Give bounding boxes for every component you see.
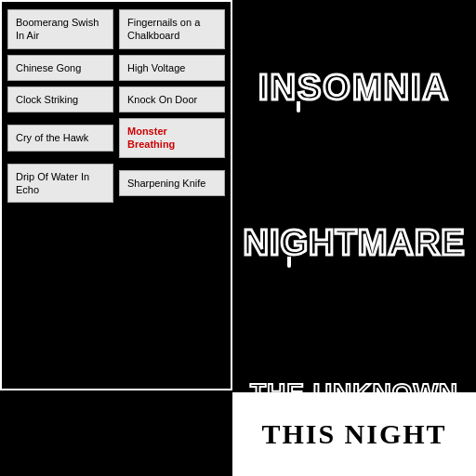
sound-button-right-2[interactable]: Knock On Door: [119, 86, 225, 112]
tonight-title: THIS NIGHT: [261, 418, 446, 450]
sound-list-panel: Boomerang Swish In AirFingernails on a C…: [0, 0, 232, 390]
sound-button-left-3[interactable]: Cry of the Hawk: [7, 125, 113, 151]
sound-row: Chinese GongHigh Voltage: [7, 55, 225, 81]
sound-button-left-1[interactable]: Chinese Gong: [7, 55, 113, 81]
sound-button-right-3[interactable]: Monster Breathing: [119, 118, 225, 158]
nightmare-title: NIGHTMARE: [243, 225, 465, 260]
sound-row: Cry of the HawkMonster Breathing: [7, 118, 225, 158]
sound-button-left-2[interactable]: Clock Striking: [7, 86, 113, 112]
sound-button-left-0[interactable]: Boomerang Swish In Air: [7, 9, 113, 49]
sound-row: Drip Of Water In EchoSharpening Knife: [7, 164, 225, 204]
sound-button-right-4[interactable]: Sharpening Knife: [119, 170, 225, 196]
sound-row: Boomerang Swish In AirFingernails on a C…: [7, 9, 225, 49]
tonight-section: THIS NIGHT: [232, 392, 476, 476]
sound-row: Clock StrikingKnock On Door: [7, 86, 225, 112]
sound-button-left-4[interactable]: Drip Of Water In Echo: [7, 164, 113, 204]
sound-button-right-1[interactable]: High Voltage: [119, 55, 225, 81]
insomnia-title: INSOMNIA: [258, 70, 450, 105]
sound-button-right-0[interactable]: Fingernails on a Chalkboard: [119, 9, 225, 49]
